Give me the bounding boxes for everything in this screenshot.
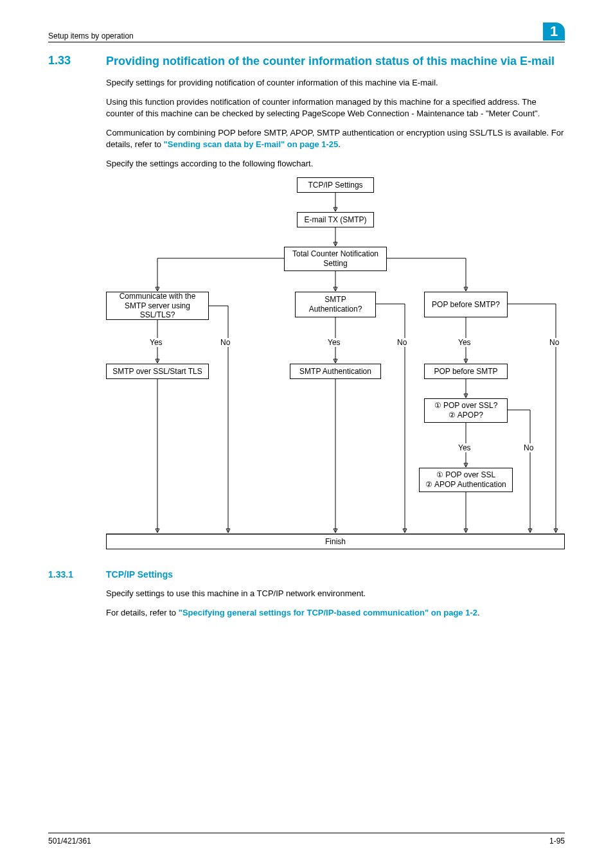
paragraph: Using this function provides notificatio…: [106, 96, 565, 119]
page-header: Setup items by operation 1: [48, 22, 565, 42]
flow-box-tcpip: TCP/IP Settings: [297, 177, 374, 193]
paragraph: Communication by combining POP before SM…: [106, 127, 565, 150]
paragraph: Specify the settings according to the fo…: [106, 158, 565, 170]
flow-box-smtp-ssl: SMTP over SSL/Start TLS: [106, 364, 209, 379]
paragraph: Specify settings to use this machine in …: [106, 588, 565, 599]
page-footer: 501/421/361 1-95: [48, 833, 565, 846]
paragraph: For details, refer to "Specifying genera…: [106, 607, 565, 619]
flow-decision-pop-ssl-apop: ① POP over SSL? ② APOP?: [424, 398, 508, 423]
flow-box-counter: Total Counter Notification Setting: [284, 247, 387, 271]
flowchart: TCP/IP Settings E-mail TX (SMTP) Total C…: [106, 177, 565, 556]
footer-left: 501/421/361: [48, 837, 91, 846]
chapter-badge: 1: [543, 22, 565, 40]
breadcrumb: Setup items by operation: [48, 31, 134, 40]
flow-label-yes: Yes: [458, 443, 471, 452]
flow-label-yes: Yes: [328, 338, 341, 347]
flow-decision-ssl: Communicate with the SMTP server using S…: [106, 292, 209, 320]
flow-label-no: No: [524, 443, 533, 452]
flow-label-yes: Yes: [458, 338, 471, 347]
text-run: .: [338, 139, 341, 149]
section-heading: 1.33 Providing notification of the count…: [48, 54, 565, 69]
flow-box-pop: POP before SMTP: [424, 364, 508, 379]
text-run: .: [477, 608, 480, 617]
subsection-number: 1.33.1: [48, 569, 106, 580]
flow-label-no: No: [549, 338, 559, 347]
flow-label-no: No: [220, 338, 230, 347]
flow-decision-pop: POP before SMTP?: [424, 292, 508, 317]
flow-label-no: No: [397, 338, 407, 347]
subsection-heading: 1.33.1 TCP/IP Settings: [48, 569, 565, 580]
text-run: For details, refer to: [106, 608, 179, 617]
flow-label-yes: Yes: [150, 338, 163, 347]
flow-decision-smtp-auth: SMTP Authentication?: [295, 292, 376, 317]
flow-box-pop-ssl-apop: ① POP over SSL ② APOP Authentication: [419, 468, 513, 492]
footer-right: 1-95: [549, 837, 565, 846]
link-sending-scan-data[interactable]: "Sending scan data by E-mail" on page 1-…: [164, 139, 339, 149]
subsection-title: TCP/IP Settings: [106, 569, 173, 580]
flow-box-finish: Finish: [106, 534, 565, 549]
flow-box-smtp-auth: SMTP Authentication: [290, 364, 381, 379]
section-number: 1.33: [48, 54, 106, 69]
flow-box-email-tx: E-mail TX (SMTP): [297, 212, 374, 227]
paragraph: Specify settings for providing notificat…: [106, 77, 565, 89]
link-tcpip-settings[interactable]: "Specifying general settings for TCP/IP-…: [179, 608, 477, 617]
section-title: Providing notification of the counter in…: [106, 54, 555, 69]
